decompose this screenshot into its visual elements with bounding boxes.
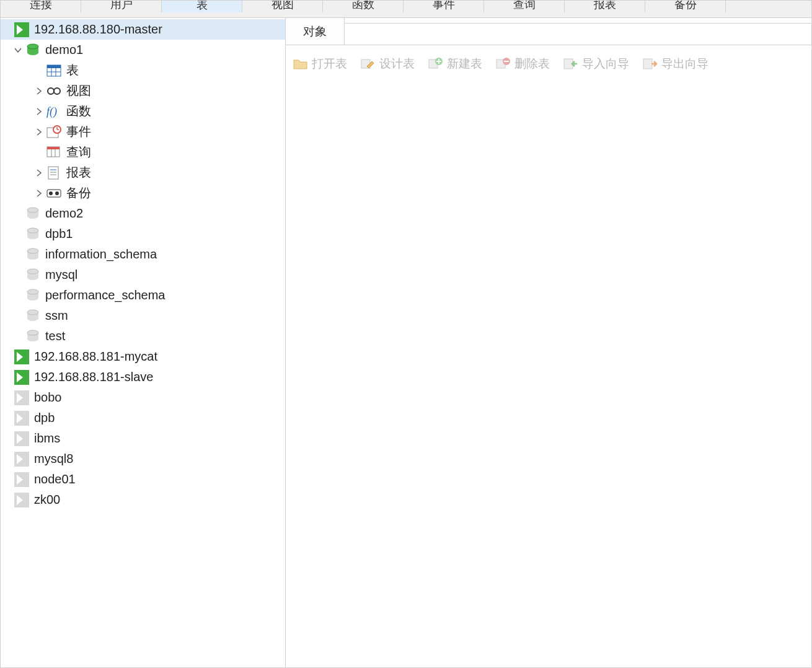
top-tab-backup[interactable]: 备份: [645, 1, 726, 12]
tree-node-reports[interactable]: 报表: [1, 162, 285, 183]
connection-label: zk00: [34, 493, 60, 507]
import-icon: [563, 57, 578, 71]
top-tab-connection[interactable]: 连接: [1, 1, 81, 12]
folder-open-icon: [293, 57, 308, 71]
connection-item[interactable]: ibms: [1, 428, 285, 449]
plus-icon: [428, 57, 443, 71]
tab-strip-empty: [345, 23, 811, 45]
connection-item[interactable]: ▾ 192.168.88.180-master: [1, 19, 285, 40]
chevron-right-icon[interactable]: [33, 105, 45, 118]
function-icon: f(): [46, 104, 61, 119]
connection-inactive-icon: [14, 472, 29, 487]
connection-label: node01: [34, 472, 76, 486]
expander-spacer: [1, 453, 13, 465]
tree-node-tables[interactable]: 表: [1, 60, 285, 81]
table-toolbar: 打开表 设计表 新建表 删除表: [286, 45, 811, 82]
database-item[interactable]: ssm: [1, 305, 285, 326]
connection-item[interactable]: 192.168.88.181-slave: [1, 367, 285, 387]
toolbar-label: 新建表: [447, 56, 482, 72]
svg-point-24: [49, 191, 53, 195]
connection-item[interactable]: 192.168.88.181-mycat: [1, 346, 285, 367]
connection-inactive-icon: [14, 452, 29, 467]
connection-inactive-icon: [14, 411, 29, 426]
chevron-right-icon[interactable]: [33, 126, 45, 138]
table-icon: [46, 63, 61, 78]
pencil-icon: [361, 57, 376, 71]
backup-icon: [46, 186, 61, 201]
tree-node-views[interactable]: 视图: [1, 81, 285, 101]
svg-rect-57: [643, 59, 652, 69]
database-label: ssm: [45, 309, 68, 323]
connection-tree[interactable]: ▾ 192.168.88.180-master demo1 表: [1, 18, 286, 667]
svg-rect-16: [47, 147, 60, 149]
tab-label: 对象: [303, 24, 327, 40]
database-item[interactable]: demo1: [1, 40, 285, 60]
toolbar-label: 删除表: [514, 56, 550, 72]
connection-label: mysql8: [34, 452, 73, 466]
design-table-button[interactable]: 设计表: [357, 53, 418, 74]
top-tab-user[interactable]: 用户: [81, 1, 162, 12]
connection-label: ibms: [34, 431, 60, 446]
database-label: performance_schema: [45, 288, 165, 302]
delete-table-button[interactable]: 删除表: [492, 53, 554, 74]
database-open-icon: [25, 43, 40, 58]
top-tab-query[interactable]: 查询: [484, 1, 565, 12]
tree-node-queries[interactable]: 查询: [1, 142, 285, 162]
expander-spacer: [1, 412, 13, 424]
tree-node-label: 查询: [66, 144, 91, 160]
svg-point-9: [54, 88, 60, 94]
expander-spacer: [12, 289, 24, 302]
connection-active-icon: [14, 370, 29, 385]
toolbar-label: 打开表: [312, 56, 347, 72]
top-tab-function[interactable]: 函数: [323, 1, 404, 12]
chevron-right-icon[interactable]: [33, 85, 45, 97]
expander-spacer: [1, 392, 13, 404]
expander-spacer: [1, 351, 13, 363]
expander-spacer: [12, 310, 24, 322]
top-tab-event[interactable]: 事件: [404, 1, 484, 12]
expander-spacer: [12, 248, 24, 261]
database-label: information_schema: [45, 247, 157, 261]
connection-item[interactable]: dpb: [1, 408, 285, 428]
database-item[interactable]: dpb1: [1, 224, 285, 244]
top-tabs: 连接 用户 表 视图 函数 事件 查询 报表 备份: [1, 1, 811, 18]
database-item[interactable]: demo2: [1, 203, 285, 224]
connection-label: 192.168.88.181-slave: [34, 370, 153, 384]
expander-spacer: [12, 228, 24, 240]
tree-node-events[interactable]: 事件: [1, 121, 285, 142]
expander-spacer: [1, 494, 13, 506]
new-table-button[interactable]: 新建表: [425, 53, 486, 74]
connection-item[interactable]: zk00: [1, 490, 285, 510]
database-item[interactable]: performance_schema: [1, 285, 285, 305]
export-wizard-button[interactable]: 导出向导: [639, 53, 712, 74]
expander-spacer: [12, 269, 24, 281]
chevron-down-icon[interactable]: [12, 44, 24, 56]
expander-spacer: [33, 146, 45, 159]
chevron-right-icon[interactable]: [33, 167, 45, 179]
tree-node-label: 报表: [66, 164, 91, 181]
top-tab-table[interactable]: 表: [162, 1, 242, 12]
database-label: demo1: [45, 43, 83, 57]
database-label: dpb1: [45, 227, 73, 241]
database-item[interactable]: information_schema: [1, 244, 285, 265]
top-tab-report[interactable]: 报表: [565, 1, 645, 12]
toolbar-label: 设计表: [379, 56, 415, 72]
expander-spacer: [33, 64, 45, 77]
open-table-button[interactable]: 打开表: [289, 53, 351, 74]
tree-node-backups[interactable]: 备份: [1, 183, 285, 203]
database-closed-icon: [25, 309, 40, 323]
chevron-right-icon[interactable]: [33, 187, 45, 200]
database-closed-icon: [25, 268, 40, 283]
database-closed-icon: [25, 288, 40, 303]
database-item[interactable]: test: [1, 326, 285, 346]
connection-item[interactable]: node01: [1, 469, 285, 490]
toolbar-label: 导出向导: [661, 56, 708, 72]
tree-node-functions[interactable]: f() 函数: [1, 101, 285, 121]
connection-item[interactable]: mysql8: [1, 449, 285, 469]
database-item[interactable]: mysql: [1, 265, 285, 285]
connection-item[interactable]: bobo: [1, 387, 285, 408]
tab-objects[interactable]: 对象: [286, 18, 345, 45]
import-wizard-button[interactable]: 导入向导: [560, 53, 633, 74]
svg-point-8: [48, 88, 54, 94]
top-tab-view[interactable]: 视图: [242, 1, 323, 12]
